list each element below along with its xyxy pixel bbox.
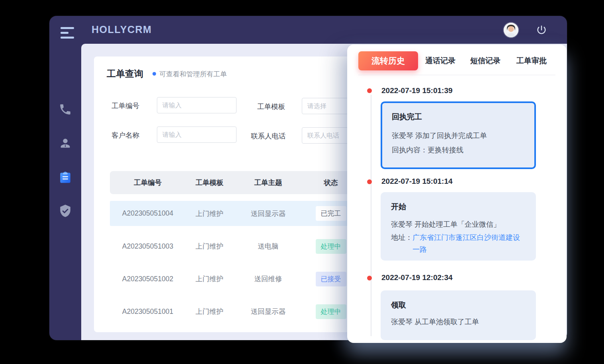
- user-avatar[interactable]: [504, 23, 518, 37]
- order-id-cell: A202305051001: [110, 308, 186, 316]
- timeline-dot: [367, 276, 372, 280]
- tab-flow-history[interactable]: 流转历史: [358, 51, 418, 70]
- status-badge: 处理中: [316, 239, 346, 254]
- template-cell: 上门维护: [186, 307, 233, 316]
- tab-sms-records[interactable]: 短信记录: [470, 56, 500, 66]
- shield-check-icon: [59, 204, 72, 218]
- status-badge: 处理中: [316, 304, 346, 319]
- status-badge: 已接受: [316, 272, 346, 286]
- timeline-card-title: 回执完工: [392, 112, 525, 122]
- filter-label-phone: 联系人电话: [251, 131, 286, 141]
- sidebar: [49, 44, 81, 340]
- timeline-card-receipt-complete[interactable]: 回执完工 张爱琴 添加了回执并完成工单 回执内容：更换转接线: [381, 101, 536, 169]
- tab-order-approval[interactable]: 工单审批: [516, 56, 547, 66]
- clipboard-icon: [59, 171, 72, 185]
- timeline-card-line: 回执内容：更换转接线: [392, 143, 525, 157]
- sidebar-item-work-orders[interactable]: [59, 171, 72, 185]
- work-order-detail-panel: 流转历史 通话记录 短信记录 工单审批 2022-07-19 15:01:39 …: [347, 45, 567, 343]
- sidebar-item-calls[interactable]: [59, 103, 72, 116]
- timeline-dot: [367, 179, 372, 184]
- sidebar-item-security[interactable]: [59, 204, 72, 218]
- filter-label-customer: 客户名称: [111, 130, 139, 140]
- page-title: 工单查询: [107, 68, 143, 80]
- timeline-card-claim[interactable]: 领取 张爱琴 从工单池领取了工单: [381, 290, 536, 340]
- app-header: HOLLYCRM: [49, 16, 567, 44]
- order-id-cell: A202305051002: [110, 275, 186, 283]
- column-header-template: 工单模板: [186, 178, 233, 187]
- subject-cell: 送电脑: [233, 241, 303, 251]
- timeline-card-title: 开始: [391, 202, 526, 212]
- timeline-card-title: 领取: [391, 300, 526, 310]
- template-cell: 上门维护: [186, 209, 233, 218]
- filter-label-template: 工单模板: [257, 102, 285, 111]
- timeline-card-line: 张爱琴 开始处理工单「企业微信」: [391, 218, 526, 230]
- customer-name-input[interactable]: [157, 127, 237, 143]
- status-badge: 已完工: [316, 206, 346, 221]
- timeline-card-line: 张爱琴 从工单池领取了工单: [391, 316, 526, 328]
- address-link[interactable]: 广东省江门市蓬江区白沙街道建设一路: [412, 232, 526, 255]
- phone-icon: [59, 103, 72, 116]
- subtitle-dot-icon: [152, 72, 156, 76]
- address-label: 地址：: [391, 232, 412, 255]
- subject-cell: 送回显示器: [233, 307, 303, 316]
- filter-label-order-id: 工单编号: [111, 101, 139, 111]
- tab-call-records[interactable]: 通话记录: [425, 56, 455, 66]
- logout-power-icon[interactable]: [536, 24, 547, 35]
- timeline-card-start[interactable]: 开始 张爱琴 开始处理工单「企业微信」 地址： 广东省江门市蓬江区白沙街道建设一…: [381, 192, 536, 261]
- subject-cell: 送回维修: [233, 274, 303, 284]
- column-header-subject: 工单主题: [233, 178, 303, 187]
- timeline-card-line: 张爱琴 添加了回执并完成工单: [392, 128, 525, 143]
- detail-tabs: 流转历史 通话记录 短信记录 工单审批: [358, 51, 547, 70]
- timeline-dot: [367, 88, 372, 93]
- menu-hamburger-icon[interactable]: [61, 27, 75, 38]
- order-id-input[interactable]: [157, 97, 237, 113]
- subject-cell: 送回显示器: [233, 209, 303, 218]
- template-cell: 上门维护: [186, 274, 233, 284]
- column-header-order-id: 工单编号: [110, 178, 186, 187]
- page-subtitle: 可查看和管理所有工单: [159, 70, 227, 79]
- timeline-card-address-row: 地址： 广东省江门市蓬江区白沙街道建设一路: [391, 232, 526, 255]
- timeline-timestamp: 2022-07-19 15:01:14: [381, 177, 453, 186]
- tabs-divider: [358, 75, 555, 75]
- template-cell: 上门维护: [186, 241, 233, 251]
- order-id-cell: A202305051004: [110, 209, 186, 218]
- order-id-cell: A202305051003: [110, 242, 186, 251]
- brand-logo: HOLLYCRM: [92, 24, 152, 35]
- avatar-image: [504, 23, 518, 37]
- sidebar-item-customers[interactable]: [59, 136, 72, 150]
- person-icon: [59, 136, 72, 150]
- timeline-timestamp: 2022-07-19 12:02:34: [381, 273, 453, 282]
- timeline-timestamp: 2022-07-19 15:01:39: [381, 86, 453, 95]
- timeline-line: [371, 95, 371, 336]
